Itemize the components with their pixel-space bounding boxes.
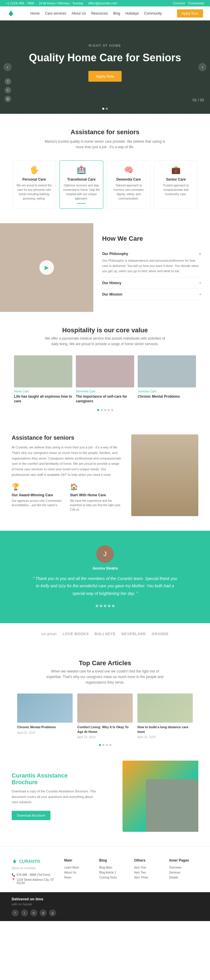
articles-dot-3[interactable] — [106, 744, 108, 746]
footer-others-item-3[interactable]: Item Three — [134, 876, 163, 879]
footer-call-center: 📞 678 888 - 8888 (Toll Free) — [12, 873, 58, 877]
accordion-arrow-icon: + — [199, 292, 201, 296]
navbar: Home Care services About Us Resources Bl… — [0, 6, 210, 21]
apply-now-button[interactable]: Apply Now — [177, 10, 203, 18]
footer-inner-item-2[interactable]: Services — [169, 871, 198, 874]
senior-care-card[interactable]: 💼 Senior Care Trusted approach to compas… — [154, 161, 198, 208]
testimonial-text: " Thank you to you and all the members o… — [32, 575, 178, 597]
nav-blog[interactable]: Blog — [113, 11, 120, 16]
facebook-icon[interactable]: f — [5, 78, 11, 84]
nav-community[interactable]: Community — [144, 11, 162, 16]
footer-youtube-icon[interactable]: yt — [40, 909, 47, 916]
award-winning-care: 🏆 Our Award-Winning Care Our agencies ac… — [12, 483, 64, 512]
hero-arrow-left[interactable]: ‹ — [3, 63, 12, 71]
assistance-section: Assistance for seniors Mama's trusted qu… — [0, 114, 210, 223]
article-card-3[interactable]: How to build a long distance care team A… — [137, 694, 193, 739]
footer-google-icon[interactable]: g — [49, 909, 56, 916]
care-cards-row: 🖐 Personal Care We are proud to extend t… — [12, 161, 198, 208]
blog-dot-1[interactable] — [97, 409, 99, 411]
transitional-care-card[interactable]: 🏥 Transitional Care Optimize recovery an… — [59, 161, 103, 208]
accordion-mission-title[interactable]: Our Mission + — [102, 292, 201, 296]
footer-no-hassle: with no hassle — [12, 902, 56, 906]
location-icon: 📍 — [12, 878, 15, 881]
assistance2-image — [131, 434, 198, 516]
hero-subtitle: RIGHT AT HOME — [18, 44, 192, 47]
footer-logo-icon — [12, 858, 18, 864]
dementia-care-card[interactable]: 🧠 Dementia Care Tailored approach to mem… — [107, 161, 151, 208]
hero-arrow-right[interactable]: › — [198, 63, 207, 71]
nav-links: Home Care services About Us Resources Bl… — [30, 11, 162, 16]
footer-main-item-3[interactable]: News — [64, 876, 93, 879]
hero-dot-1[interactable] — [102, 108, 104, 110]
blog-dot-3[interactable] — [104, 409, 106, 411]
footer-inner-item-3[interactable]: Details — [169, 876, 198, 879]
play-button[interactable]: ▶ — [40, 260, 54, 275]
accordion-philosophy-title[interactable]: Our Philosophy ∨ — [102, 252, 201, 256]
nav-care-services[interactable]: Care services — [45, 11, 66, 16]
nav-home[interactable]: Home — [30, 11, 40, 16]
footer-logo: CURANTIS — [12, 858, 58, 864]
article-card-2[interactable]: Comfort Living: Why It Is Okay To Age At… — [77, 694, 133, 739]
brochure-title: Curantis Assistance Brochure — [12, 772, 96, 786]
footer-main-item-1[interactable]: Learn More — [64, 866, 93, 869]
personal-care-card[interactable]: 🖐 Personal Care We are proud to extend t… — [12, 161, 56, 208]
blog-dot-5[interactable] — [111, 409, 113, 411]
nav-resources[interactable]: Resources — [91, 11, 108, 16]
topbar-connect[interactable]: Connect — [173, 2, 185, 5]
accordion-arrow-icon: ∨ — [199, 252, 201, 256]
articles-dot-1[interactable] — [99, 744, 101, 746]
nav-about[interactable]: About Us — [72, 11, 86, 16]
article-img-1 — [17, 694, 73, 723]
articles-subtitle: When we needed care for a loved one we c… — [44, 669, 166, 686]
footer-inner-item-1[interactable]: Overview — [169, 866, 198, 869]
footer-col-others-heading: Others — [134, 858, 163, 862]
accordion-history-title[interactable]: Our History + — [102, 281, 201, 285]
hero-dots — [102, 108, 108, 110]
hero-cta-button[interactable]: Apply Now — [88, 71, 122, 82]
footer-col-main-heading: Main — [64, 858, 93, 862]
dementia-care-desc: Tailored approach to memory care promote… — [110, 183, 147, 201]
logos-section: co pixel LOVE BOOKS BULLSEYE NEVERLAND G… — [0, 623, 210, 645]
blog-card-cat-2: Dementia Care — [76, 390, 134, 393]
blog-card-1[interactable]: Home Care Life has taught all espinosa h… — [14, 355, 72, 404]
accordion-philosophy: Our Philosophy ∨ Our Philosophy is indep… — [102, 248, 201, 277]
testimonial-avatar: J — [96, 545, 114, 563]
blog-card-cat-3: Juventus Care — [138, 390, 196, 393]
footer-linkedin-icon[interactable]: in — [30, 909, 37, 916]
download-brochure-button[interactable]: Download Brochure — [12, 811, 51, 820]
footer-col-inner-heading: Inner Pages — [169, 858, 198, 862]
avatar-initial: J — [103, 550, 107, 558]
footer-delivered: Delivered on time — [12, 897, 56, 901]
testimonial-name: Jessica Sinatra — [18, 566, 192, 570]
footer-blog-item-1[interactable]: Blog Main — [99, 866, 128, 869]
instagram-icon[interactable]: in — [5, 96, 11, 102]
brochure-highlight: Brochure — [12, 779, 38, 785]
home-icon: 🏠 — [70, 483, 123, 491]
accordion-history: Our History + — [102, 277, 201, 289]
article-card-1[interactable]: Chronic Mental Problems April 23, 2019 — [17, 694, 73, 739]
footer-facebook-icon[interactable]: f — [12, 909, 19, 916]
articles-dot-2[interactable] — [102, 744, 104, 746]
hero-dot-2[interactable] — [106, 108, 108, 110]
topbar-community[interactable]: Community — [188, 2, 204, 5]
article-date-2: April 23, 2019 — [77, 735, 133, 739]
footer-others-item-2[interactable]: Item Two — [134, 871, 163, 874]
nav-holidays[interactable]: Holidays — [126, 11, 139, 16]
footer-others-item-1[interactable]: Item One — [134, 866, 163, 869]
footer-main-item-2[interactable]: About Us — [64, 871, 93, 874]
footer-col-others: Others Item One Item Two Item Three — [134, 858, 163, 886]
footer-twitter-icon[interactable]: t — [21, 909, 28, 916]
blog-dot-2[interactable] — [100, 409, 103, 411]
blog-dot-4[interactable] — [108, 409, 110, 411]
footer-blog-item-3[interactable]: Coming Soon — [99, 876, 128, 879]
articles-dot-4[interactable] — [110, 744, 111, 746]
articles-pagination — [12, 744, 198, 746]
blog-card-3[interactable]: Juventus Care Chronic Mental Problems — [138, 355, 196, 404]
footer-blog-item-2[interactable]: Blog Article 1 — [99, 871, 128, 874]
footer-col-main: Main Learn More About Us News — [64, 858, 93, 886]
twitter-icon[interactable]: t — [5, 87, 11, 93]
blog-card-2[interactable]: Dementia Care The importance of self-car… — [76, 355, 134, 404]
logo-neverland: NEVERLAND — [122, 632, 146, 636]
award-title: Our Award-Winning Care — [12, 493, 64, 497]
footer-call-detail: 678 888 - 8888 (Toll Free) — [17, 873, 50, 877]
